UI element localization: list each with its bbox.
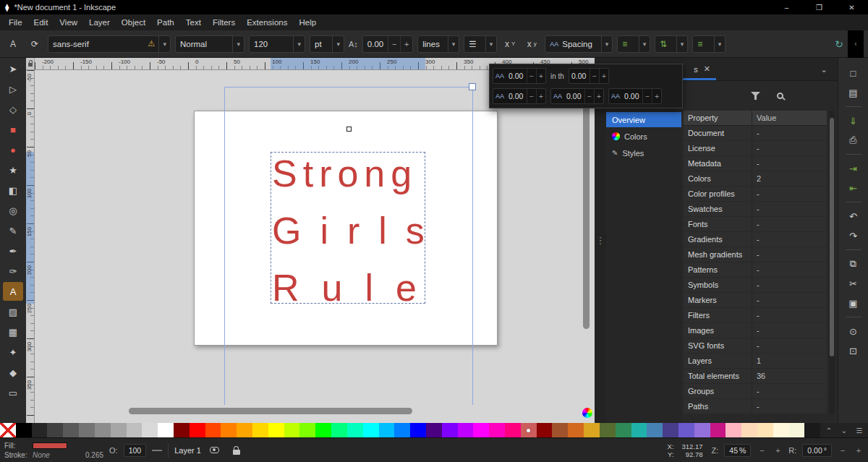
font-size-select[interactable]: 120 ▾ [249,35,305,53]
fill-stroke-indicator[interactable]: Fill: Stroke: None [4,442,80,459]
color-swatch[interactable] [363,423,379,437]
menu-filters[interactable]: Filters [207,16,241,29]
decrement-button[interactable]: − [590,69,599,83]
color-swatch[interactable] [616,423,631,437]
color-swatch[interactable] [237,423,252,437]
table-row[interactable]: Color profiles- [684,187,827,202]
color-swatch[interactable] [789,423,805,437]
ruler-origin-corner[interactable] [26,58,35,70]
star-tool[interactable]: ★ [3,161,23,179]
increment-button[interactable]: + [536,89,545,103]
menu-text[interactable]: Text [180,16,207,29]
menu-object[interactable]: Object [116,16,151,29]
export-icon[interactable]: ⇤ [844,180,863,196]
table-row[interactable]: Colors2 [684,171,827,187]
color-swatch[interactable] [394,423,410,437]
box3d-tool[interactable]: ◧ [3,181,23,200]
spiral-tool[interactable]: ◎ [3,201,23,220]
opacity-slider[interactable] [152,450,162,451]
color-swatch[interactable] [284,423,300,437]
color-swatch[interactable] [678,423,694,437]
table-row[interactable]: Images- [684,323,827,338]
font-style-select[interactable]: Normal ▾ [175,35,244,53]
increment-button[interactable]: + [599,69,608,83]
menu-extensions[interactable]: Extensions [241,16,293,29]
table-row[interactable]: Groups- [684,384,827,399]
pen-tool[interactable]: ✒ [3,241,23,260]
table-row[interactable]: Symbols- [684,278,827,293]
color-swatch[interactable] [663,423,678,437]
font-family-select[interactable]: sans-serif ⚠ ▾ [48,35,171,53]
color-swatch[interactable] [489,423,505,437]
sidebar-item-colors[interactable]: Colors [606,129,681,144]
color-swatch[interactable] [127,423,142,437]
color-swatch[interactable] [410,423,426,437]
close-icon[interactable]: ✕ [704,64,710,74]
color-swatch[interactable] [79,423,95,437]
undo-icon[interactable]: ↶ [844,208,863,224]
palette-menu-button[interactable]: ☰ [853,424,866,437]
increment-button[interactable]: + [536,69,545,83]
search-icon[interactable] [777,93,783,99]
node-tool[interactable]: ▷ [3,80,23,98]
spacing-menu-button[interactable]: AA Spacing ▾ [545,35,613,53]
table-scrollbar[interactable] [829,111,835,414]
menu-help[interactable]: Help [293,16,322,29]
color-swatch[interactable] [537,423,553,437]
text-direction-select[interactable]: ≡ ▾ [692,35,726,53]
font-unit-select[interactable]: pt ▾ [310,35,344,53]
print-icon[interactable]: ⎙ [844,132,863,148]
table-row[interactable]: Patterns- [684,262,827,278]
no-color-swatch[interactable] [0,423,16,437]
restore-button[interactable]: ❐ [803,0,835,14]
color-swatch[interactable] [252,423,268,437]
color-swatch[interactable] [315,423,331,437]
color-swatch[interactable] [190,423,205,437]
table-row[interactable]: Markers- [684,293,827,308]
menu-view[interactable]: View [54,16,83,29]
color-swatch[interactable] [47,423,63,437]
table-row[interactable]: SVG fonts- [684,338,827,354]
canvas-viewport[interactable]: StrongGirlsRule [35,70,595,423]
table-row[interactable]: Gradients- [684,232,827,247]
color-swatch[interactable] [757,423,773,437]
table-row[interactable]: Metadata- [684,156,827,171]
kerning-spinner[interactable]: AA 0.00 − + [493,88,546,104]
zoom-decrease-button[interactable]: − [757,446,767,455]
cut-icon[interactable]: ✂ [844,275,863,291]
color-swatch[interactable] [458,423,474,437]
sidebar-item-styles[interactable]: ✎Styles [606,145,681,161]
selector-tool[interactable]: ➤ [3,59,23,78]
font-selector-button[interactable]: A [4,35,22,53]
table-row[interactable]: Layers1 [684,354,827,369]
vertical-guide[interactable] [472,87,473,405]
color-swatch[interactable] [710,423,726,437]
panel-splitter[interactable]: ⋮ [595,58,606,423]
decrement-button[interactable]: − [527,69,536,83]
layer-visibility-button[interactable] [207,443,223,458]
line-height-spinner[interactable]: 0.00 − + [362,35,413,53]
canvas-area[interactable]: -200-150-100-500501001502002503003504004… [26,58,595,423]
guide-anchor-handle[interactable] [469,83,476,90]
color-swatch[interactable] [426,423,442,437]
color-swatch[interactable] [16,423,32,437]
horizontal-shift-spinner[interactable]: AA 0.00 − + [550,88,604,104]
paint-bucket-tool[interactable]: ◆ [3,363,23,382]
horizontal-scrollbar[interactable] [129,408,412,414]
text-anchor-handle[interactable] [346,127,352,132]
ellipse-tool[interactable]: ● [3,140,23,159]
rectangle-tool[interactable]: ■ [3,120,23,139]
table-row[interactable]: Mesh gradients- [684,247,827,262]
menu-path[interactable]: Path [151,16,180,29]
color-swatch[interactable] [63,423,79,437]
decrement-button[interactable]: − [388,36,400,52]
increment-button[interactable]: + [594,89,603,103]
color-swatch[interactable] [568,423,584,437]
filter-icon[interactable] [751,92,760,100]
subscript-button[interactable]: xy [523,35,540,53]
color-swatch[interactable] [741,423,757,437]
gradient-tool[interactable]: ▨ [3,302,23,321]
scrollbar-thumb[interactable] [830,118,834,356]
color-swatch[interactable] [299,423,315,437]
text-tool[interactable]: A [3,282,23,301]
